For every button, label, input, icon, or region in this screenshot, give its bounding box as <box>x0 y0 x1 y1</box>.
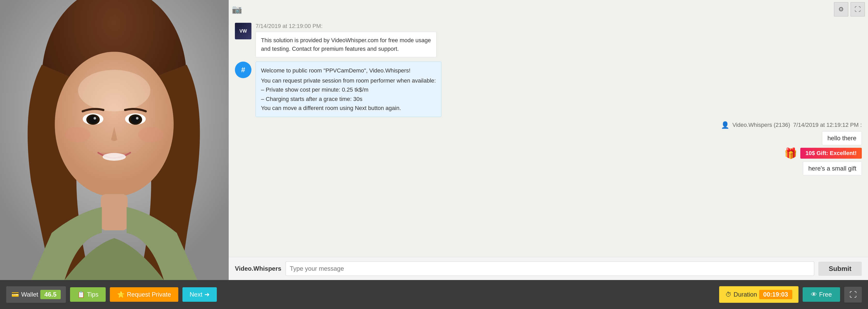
username-label: Video.Whispers <box>235 265 281 272</box>
info-line-2: – Private show cost per minute: 0.25 tk$… <box>261 85 436 94</box>
fullscreen-button[interactable]: ⛶ <box>850 2 865 17</box>
info-title: Welcome to public room "PPVCamDemo", Vid… <box>261 66 436 75</box>
gift-text-bubble: here's a small gift <box>803 162 862 175</box>
submit-button[interactable]: Submit <box>818 262 862 276</box>
system-bubble: This solution is provided by VideoWhispe… <box>255 32 436 57</box>
message-input[interactable] <box>285 261 814 276</box>
wallet-icon: 💳 <box>11 291 19 298</box>
next-button[interactable]: Next ➜ <box>182 287 217 302</box>
eye-icon: 👁 <box>811 291 817 298</box>
user-section: 👤 Video.Whispers (2136) 7/14/2019 at 12:… <box>235 121 862 175</box>
chat-panel: 📷 ⚙ ⛶ VW 7/14/2019 at 12:19:00 PM: This … <box>229 0 868 280</box>
user-header-name: Video.Whispers (2136) <box>732 122 790 129</box>
request-private-button[interactable]: ⭐ Request Private <box>110 287 178 302</box>
gift-icon: 🎁 <box>784 147 797 160</box>
camera-off-icon: 📷 <box>232 4 242 14</box>
duration-button[interactable]: ⏱ Duration 00:19:03 <box>719 286 799 303</box>
bottom-toolbar: 💳 Wallet 46.5 📋 Tips ⭐ Request Private N… <box>0 280 868 309</box>
wallet-label: Wallet <box>21 291 38 298</box>
wallet-amount: 46.5 <box>40 290 61 299</box>
info-line-3: – Charging starts after a grace time: 30… <box>261 94 436 104</box>
info-bubble: Welcome to public room "PPVCamDemo", Vid… <box>255 62 441 117</box>
gift-badge: 10$ Gift: Excellent! <box>800 148 862 159</box>
hello-bubble: hello there <box>822 131 862 145</box>
system-avatar: VW <box>235 23 251 39</box>
video-placeholder <box>0 0 229 280</box>
duration-time: 00:19:03 <box>759 290 792 299</box>
expand-button[interactable]: ⛶ <box>844 287 862 303</box>
settings-button[interactable]: ⚙ <box>834 2 848 17</box>
user-icon: 👤 <box>721 121 729 129</box>
svg-point-14 <box>138 127 164 142</box>
topbar-left: 📷 <box>232 4 832 14</box>
chat-topbar: 📷 ⚙ ⛶ <box>229 0 868 19</box>
gift-bubble: 🎁 10$ Gift: Excellent! <box>235 147 862 160</box>
next-label: Next <box>190 291 202 298</box>
system-message: VW 7/14/2019 at 12:19:00 PM: This soluti… <box>235 23 862 57</box>
system-timestamp: 7/14/2019 at 12:19:00 PM: <box>255 23 436 29</box>
star-icon: ⭐ <box>117 291 125 298</box>
svg-point-8 <box>88 115 98 124</box>
tips-icon: 📋 <box>77 291 85 298</box>
duration-label: Duration <box>734 291 757 298</box>
expand-icon: ⛶ <box>849 291 857 299</box>
svg-point-11 <box>136 117 138 119</box>
chat-messages: VW 7/14/2019 at 12:19:00 PM: This soluti… <box>229 19 868 257</box>
free-button[interactable]: 👁 Free <box>803 287 840 302</box>
duration-icon: ⏱ <box>725 291 732 298</box>
video-panel <box>0 0 229 280</box>
private-label: Request Private <box>127 291 171 298</box>
video-feed <box>0 0 229 280</box>
svg-point-10 <box>94 117 96 119</box>
svg-point-12 <box>102 153 126 161</box>
svg-rect-15 <box>101 194 128 230</box>
hello-message-container: hello there <box>235 131 862 145</box>
gift-message-container: here's a small gift <box>235 162 862 175</box>
chat-input-bar: Video.Whispers Submit <box>229 257 868 280</box>
next-arrow-icon: ➜ <box>205 291 210 298</box>
info-avatar: # <box>235 62 251 78</box>
system-message-text: This solution is provided by VideoWhispe… <box>261 37 431 52</box>
free-label: Free <box>819 291 832 298</box>
svg-point-9 <box>131 115 140 124</box>
svg-point-13 <box>65 127 90 142</box>
info-message: # Welcome to public room "PPVCamDemo", V… <box>235 62 862 117</box>
user-header: 👤 Video.Whispers (2136) 7/14/2019 at 12:… <box>235 121 862 129</box>
info-line-1: You can request private session from roo… <box>261 76 436 85</box>
wallet-button[interactable]: 💳 Wallet 46.5 <box>6 286 66 303</box>
tips-button[interactable]: 📋 Tips <box>70 287 106 302</box>
tips-label: Tips <box>87 291 98 298</box>
svg-point-3 <box>78 70 150 111</box>
user-header-time: 7/14/2019 at 12:19:12 PM : <box>793 122 862 129</box>
info-line-4: You can move a different room using Next… <box>261 104 436 113</box>
